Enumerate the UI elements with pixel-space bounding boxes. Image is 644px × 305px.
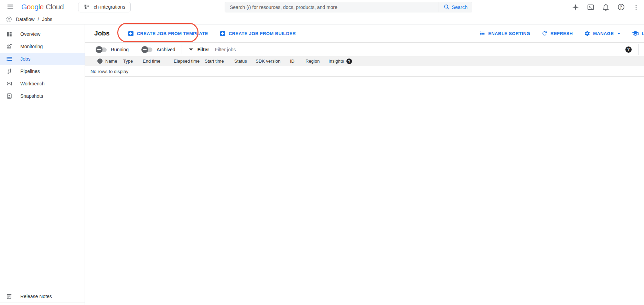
- release-notes-icon: [6, 293, 13, 300]
- chevron-down-icon: [617, 33, 621, 34]
- plus-icon: [220, 31, 225, 36]
- filter-help-icon[interactable]: ?: [625, 46, 632, 53]
- sidebar-item-release-notes[interactable]: Release Notes: [0, 290, 85, 303]
- sidebar-item-label: Snapshots: [20, 93, 43, 99]
- column-header-insights: Insights ?: [329, 59, 352, 64]
- sidebar-item-label: Workbench: [20, 81, 45, 86]
- sidebar-item-pipelines[interactable]: Pipelines: [0, 65, 85, 77]
- enable-sorting-button[interactable]: ENABLE SORTING: [479, 30, 530, 36]
- help-icon[interactable]: ?: [616, 3, 625, 12]
- sidebar-item-label: Release Notes: [20, 294, 52, 299]
- create-job-from-template-button[interactable]: CREATE JOB FROM TEMPLATE: [128, 31, 208, 36]
- refresh-icon: [541, 30, 548, 36]
- breadcrumb-separator: /: [37, 17, 39, 22]
- sidebar-item-label: Monitoring: [20, 44, 43, 49]
- refresh-button[interactable]: REFRESH: [541, 30, 573, 36]
- manage-button[interactable]: MANAGE: [584, 30, 621, 36]
- sidebar-item-label: Pipelines: [20, 69, 40, 74]
- cloud-shell-icon[interactable]: [586, 3, 595, 12]
- sidebar-item-jobs[interactable]: Jobs: [0, 53, 85, 65]
- breadcrumb-service[interactable]: Dataflow: [16, 17, 34, 22]
- filter-jobs-input[interactable]: [215, 47, 318, 52]
- column-header-status[interactable]: Status: [234, 59, 256, 64]
- status-circle-icon: [97, 59, 103, 64]
- column-header-elapsed-time[interactable]: Elapsed time: [174, 59, 205, 64]
- header-toolbar: ENABLE SORTING REFRESH MANAGE: [479, 24, 644, 42]
- table-empty-state: No rows to display: [85, 66, 644, 77]
- empty-text: No rows to display: [90, 69, 128, 74]
- page-header: Jobs CREATE JOB FROM TEMPLATE CREATE JOB…: [85, 24, 644, 43]
- column-header-start-time[interactable]: Start time: [205, 59, 234, 64]
- learn-button[interactable]: LEARN: [632, 30, 644, 37]
- search-button[interactable]: Search: [439, 2, 472, 12]
- column-header-type[interactable]: Type: [123, 59, 143, 64]
- pipelines-icon: [6, 68, 13, 75]
- sidebar: Overview Monitoring Jobs Pipelines Workb…: [0, 24, 85, 305]
- toggle-knob-minus-icon: [141, 46, 148, 53]
- jobs-list-icon: [6, 55, 13, 62]
- monitoring-icon: [6, 43, 13, 50]
- notifications-bell-icon[interactable]: [601, 3, 610, 12]
- gear-icon: [584, 30, 590, 36]
- divider: [182, 45, 182, 54]
- sidebar-item-label: Overview: [20, 31, 40, 37]
- table-header: Name Type End time Elapsed time Start ti…: [85, 56, 644, 66]
- divider: [638, 44, 638, 55]
- snapshots-icon: [6, 93, 13, 99]
- global-search: Search: [225, 2, 472, 12]
- google-cloud-logo: Google Cloud: [21, 3, 64, 11]
- sidebar-item-monitoring[interactable]: Monitoring: [0, 40, 85, 53]
- overview-icon: [6, 31, 13, 38]
- main-content: Jobs CREATE JOB FROM TEMPLATE CREATE JOB…: [85, 24, 644, 305]
- create-job-from-builder-button[interactable]: CREATE JOB FROM BUILDER: [220, 31, 296, 36]
- sidebar-item-overview[interactable]: Overview: [0, 28, 85, 40]
- sidebar-item-workbench[interactable]: Workbench: [0, 77, 85, 90]
- breadcrumb: Dataflow / Jobs: [0, 14, 644, 24]
- dataflow-icon: [6, 16, 12, 23]
- column-header-name[interactable]: Name: [105, 59, 123, 64]
- sidebar-item-label: Jobs: [20, 56, 31, 62]
- running-toggle[interactable]: [96, 46, 107, 53]
- breadcrumb-page: Jobs: [42, 17, 52, 22]
- search-input[interactable]: [225, 4, 439, 10]
- archived-toggle-label: Archived: [157, 47, 175, 52]
- column-header-region[interactable]: Region: [305, 59, 329, 64]
- graduation-cap-icon: [632, 30, 639, 37]
- project-name: ch-integrations: [94, 4, 125, 10]
- archived-toggle[interactable]: [141, 46, 153, 53]
- column-header-id[interactable]: ID: [290, 59, 305, 64]
- more-vertical-icon[interactable]: [632, 3, 641, 12]
- sidebar-item-snapshots[interactable]: Snapshots: [0, 90, 85, 102]
- top-bar: Google Cloud ch-integrations Search ?: [0, 0, 644, 14]
- filter-icon: [188, 46, 194, 53]
- page-title: Jobs: [94, 30, 110, 37]
- workbench-icon: [6, 80, 13, 87]
- insights-help-icon[interactable]: ?: [346, 59, 352, 64]
- toggle-knob-minus-icon: [96, 46, 103, 53]
- filter-label: Filter: [197, 47, 209, 52]
- running-toggle-label: Running: [111, 47, 129, 52]
- project-selector[interactable]: ch-integrations: [78, 2, 131, 12]
- project-icon: [84, 4, 90, 10]
- sorting-list-icon: [479, 30, 485, 36]
- filter-row: Running Archived Filter ?: [85, 43, 644, 56]
- search-icon: [443, 4, 450, 10]
- column-header-end-time[interactable]: End time: [143, 59, 174, 64]
- divider: [214, 29, 214, 38]
- column-header-sdk-version[interactable]: SDK version: [256, 59, 290, 64]
- gemini-icon[interactable]: [571, 3, 580, 12]
- menu-icon[interactable]: [5, 1, 16, 12]
- divider: [135, 45, 135, 54]
- plus-icon: [128, 31, 133, 36]
